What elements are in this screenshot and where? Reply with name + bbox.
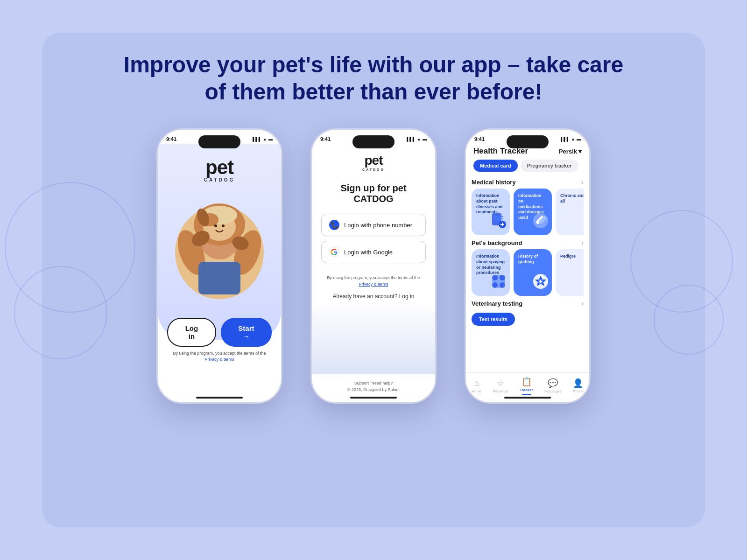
login-google-label: Login with Google	[344, 249, 393, 256]
tab-pregnancy-tracker[interactable]: Pregnancy tracker	[521, 160, 578, 172]
vet-testing-title: Veterinary testing	[472, 300, 522, 307]
login-phone-button[interactable]: 📞 Login with phone number	[321, 214, 426, 236]
google-icon	[329, 247, 339, 257]
phone3-content: Health Tracker Persik ▾ Medical card Pre…	[466, 144, 589, 402]
login-google-button[interactable]: Login with Google	[321, 241, 426, 263]
deco-circle-4	[654, 285, 724, 355]
wifi-icon: ▲	[263, 137, 267, 141]
dog-illustration	[158, 182, 281, 313]
pets-background-title: Pet's background	[472, 239, 522, 246]
background-cards: Information about spaying or neutering p…	[472, 249, 584, 296]
test-results-button[interactable]: Test results	[472, 313, 515, 326]
card-medications[interactable]: Information on medications and dosages u…	[514, 189, 552, 235]
battery-icon-3: ▬	[577, 137, 581, 141]
card-chronic[interactable]: Chronic and all	[556, 189, 584, 235]
logo-pet-word: pet	[205, 156, 233, 178]
status-time-3: 9:41	[474, 136, 485, 142]
phone2-terms-text: By using the program, you accept the ter…	[327, 275, 420, 287]
nav-tracker[interactable]: 📋 Tracker	[520, 377, 533, 395]
status-time-1: 9:41	[166, 136, 176, 142]
phones-row: 9:41 ▌▌▌ ▲ ▬ pet CATDOG	[156, 128, 591, 404]
phone1-logo: pet CATDOG	[204, 158, 235, 182]
login-button[interactable]: Log in	[167, 318, 216, 347]
svg-point-22	[500, 275, 505, 280]
nav-home[interactable]: ⌂ Home	[472, 378, 481, 393]
svg-point-21	[492, 275, 498, 280]
tracker-scroll-area[interactable]: Medical history › Information about past…	[466, 175, 589, 372]
wave-bg	[312, 300, 435, 374]
phone2-logo: pet	[365, 153, 383, 168]
home-bar-2	[350, 397, 397, 399]
wifi-icon-2: ▲	[417, 137, 421, 141]
main-card: Improve your pet's life with our app – t…	[42, 33, 705, 527]
card1-icon	[490, 212, 507, 232]
deco-circle-2	[14, 266, 107, 359]
deco-circle-3	[630, 210, 733, 313]
phone2-footer: Support Need help? © 2023, Designed by S…	[347, 380, 400, 393]
phone-welcome: 9:41 ▌▌▌ ▲ ▬ pet CATDOG	[156, 128, 282, 404]
footer-copy: © 2023, Designed by Saluet	[347, 387, 400, 392]
nav-active-indicator	[522, 394, 531, 395]
battery-icon-2: ▬	[423, 137, 427, 141]
phone1-content: pet CATDOG	[158, 144, 281, 402]
messages-icon: 💬	[548, 378, 558, 388]
background-chevron[interactable]: ›	[581, 239, 584, 246]
card4-text: Information about spaying or neutering p…	[476, 254, 505, 276]
footer-help: Need help?	[371, 381, 393, 385]
terms-prefix: By using the program, you accept the ter…	[327, 275, 420, 280]
vet-chevron[interactable]: ›	[581, 300, 584, 307]
pet-name: Persik	[559, 148, 577, 155]
card6-text: Pedigre	[560, 254, 584, 259]
nav-messages-label: Messages	[544, 389, 561, 393]
home-bar-1	[196, 397, 243, 399]
card4-icon	[490, 273, 507, 293]
nav-messages[interactable]: 💬 Messages	[544, 378, 561, 393]
nav-home-label: Home	[472, 389, 481, 393]
medical-history-header: Medical history ›	[472, 178, 584, 186]
deco-circle-1	[5, 182, 135, 313]
card-past-illnesses[interactable]: Information about past illnesses and tre…	[472, 189, 510, 235]
card5-text: History of grafting	[518, 254, 547, 265]
tab-medical-card[interactable]: Medical card	[473, 160, 518, 172]
headline: Improve your pet's life with our app – t…	[117, 51, 630, 105]
signal-icon-3: ▌▌▌	[561, 137, 570, 141]
nav-favorites-label: Favorites	[493, 389, 508, 393]
battery-icon: ▬	[268, 137, 273, 141]
chevron-down-icon: ▾	[578, 148, 582, 155]
svg-point-23	[492, 282, 498, 288]
phone-tracker: 9:41 ▌▌▌ ▲ ▬ Health Tracker Persik ▾	[465, 128, 591, 404]
medical-history-chevron[interactable]: ›	[581, 178, 584, 186]
status-icons-2: ▌▌▌ ▲ ▬	[407, 137, 427, 141]
status-icons-3: ▌▌▌ ▲ ▬	[561, 137, 581, 141]
card-pedigree[interactable]: Pedigre	[556, 249, 584, 296]
card-grafting[interactable]: History of grafting	[514, 249, 552, 296]
svg-rect-7	[198, 262, 240, 294]
nav-favorites[interactable]: ☆ Favorites	[493, 378, 508, 393]
card2-icon	[532, 212, 549, 232]
status-icons-1: ▌▌▌ ▲ ▬	[253, 137, 273, 141]
nav-profile-label: Profile	[573, 389, 584, 393]
phone2-privacy-link[interactable]: Privacy & terms	[359, 282, 388, 287]
privacy-terms-link[interactable]: Privacy & terms	[204, 357, 234, 362]
phone-icon: 📞	[329, 220, 339, 230]
card3-text: Chronic and all	[560, 193, 584, 204]
home-icon: ⌂	[474, 378, 479, 388]
signal-icon: ▌▌▌	[253, 137, 261, 141]
status-time-2: 9:41	[320, 136, 331, 142]
card-spaying[interactable]: Information about spaying or neutering p…	[472, 249, 510, 296]
login-phone-label: Login with phone number	[344, 222, 412, 229]
tracker-pet-selector[interactable]: Persik ▾	[559, 148, 582, 155]
already-have-account[interactable]: Already have an account? Log in	[333, 293, 415, 300]
phone2-logo-sub: CATDOG	[362, 168, 385, 171]
logo-text: pet	[204, 158, 235, 177]
medical-history-title: Medical history	[472, 179, 516, 186]
phone2-content: pet CATDOG Sign up for pet CATDOG 📞 Logi…	[312, 144, 435, 402]
tracker-tabs: Medical card Pregnancy tracker	[466, 160, 589, 175]
terms-text: By using the program, you accept the ter…	[173, 351, 266, 356]
phone1-buttons: Log in Start →	[158, 318, 281, 347]
phone1-terms: By using the program, you accept the ter…	[163, 350, 275, 362]
nav-profile[interactable]: 👤 Profile	[573, 378, 584, 393]
home-bar-3	[504, 397, 551, 399]
phone-notch-2	[352, 135, 395, 148]
start-button[interactable]: Start →	[221, 318, 272, 347]
